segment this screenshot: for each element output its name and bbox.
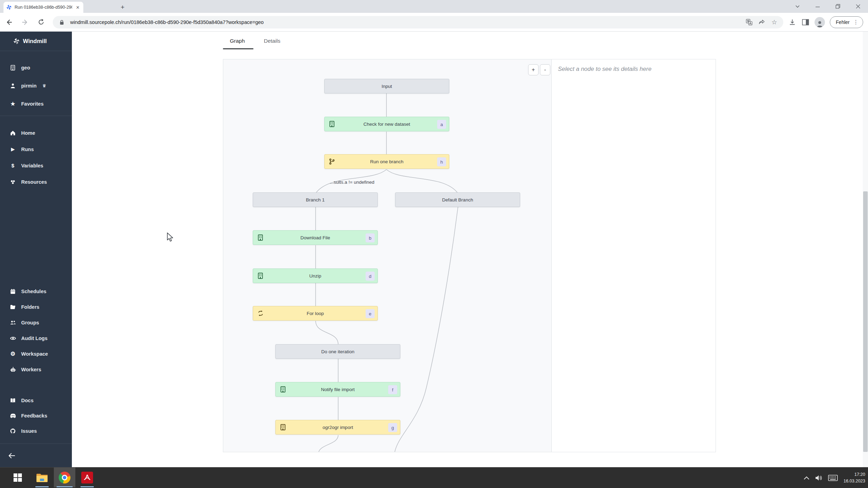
brand-name: Windmill (23, 38, 47, 44)
tab-details[interactable]: Details (264, 38, 280, 44)
bookmark-star-icon[interactable]: ☆ (770, 18, 778, 26)
reload-icon[interactable] (34, 15, 48, 29)
sidebar-item-schedules[interactable]: Schedules (0, 283, 72, 299)
sidebar-item-resources[interactable]: Resources (0, 174, 72, 190)
node-badge: g (388, 423, 397, 432)
sidebar-divider (0, 116, 72, 116)
page-scrollbar[interactable] (863, 32, 868, 467)
browser-tab[interactable]: Run 0186eb38-c86b-d590-290e- ✕ (3, 2, 83, 13)
sidebar-item-groups[interactable]: Groups (0, 315, 72, 330)
forward-icon[interactable] (18, 15, 32, 29)
star-icon: ★ (10, 101, 16, 107)
node-label: Notify file import (321, 387, 355, 392)
home-icon (10, 130, 16, 136)
gear-icon: ⚙ (10, 350, 16, 357)
node-unzip[interactable]: Unzip d (253, 268, 378, 283)
side-panel-icon[interactable] (801, 18, 810, 26)
file-explorer-button[interactable] (31, 468, 53, 487)
nav-label: Schedules (21, 289, 47, 294)
sidebar-item-workspace-settings[interactable]: ⚙ Workspace (0, 346, 72, 362)
node-input[interactable]: Input (324, 79, 449, 93)
windows-taskbar: 17:20 16.03.2023 (0, 467, 868, 488)
new-tab-button[interactable]: + (118, 3, 127, 12)
flow-graph-canvas[interactable]: Input Check for new dataset a Run one br… (223, 59, 552, 452)
nav-label: Workers (21, 367, 41, 372)
browser-menu-error-button[interactable]: Fehler ⋮ (830, 16, 863, 28)
browser-tabstrip: Run 0186eb38-c86b-d590-290e- ✕ + (0, 0, 868, 13)
window-close-button[interactable] (848, 0, 868, 13)
lock-icon (58, 18, 66, 26)
translate-icon[interactable] (745, 18, 753, 26)
download-icon[interactable] (788, 18, 796, 26)
nav-label: Groups (21, 320, 39, 325)
sidebar-item-favorites[interactable]: ★ Favorites (0, 95, 72, 113)
eye-icon (10, 336, 16, 341)
sidebar-item-audit-logs[interactable]: Audit Logs (0, 330, 72, 346)
sidebar-item-issues[interactable]: Issues (0, 423, 72, 439)
calendar-icon (10, 289, 16, 294)
volume-icon[interactable] (815, 475, 823, 481)
node-details-panel: Select a node to see its details here (552, 59, 716, 452)
tab-graph[interactable]: Graph (230, 38, 245, 44)
building-icon (257, 272, 264, 279)
acrobat-button[interactable] (76, 468, 98, 487)
branch-condition-label: ...sults.a != undefined (309, 180, 395, 185)
scrollbar-thumb[interactable] (863, 191, 868, 452)
node-download-file[interactable]: Download File b (253, 230, 378, 245)
node-label: Unzip (309, 273, 322, 279)
sidebar-item-feedbacks[interactable]: Feedbacks (0, 408, 72, 423)
sidebar-item-user[interactable]: pirmin ♛ (0, 77, 72, 95)
node-label: Default Branch (442, 197, 473, 202)
tab-close-icon[interactable]: ✕ (75, 5, 81, 10)
sidebar-divider-bottom (0, 444, 72, 444)
sidebar-item-runs[interactable]: ▶ Runs (0, 141, 72, 157)
node-badge: d (366, 272, 375, 281)
node-ogr2ogr-import[interactable]: ogr2ogr import g (275, 420, 400, 435)
tab-search-icon[interactable] (787, 0, 808, 13)
chrome-button[interactable] (54, 468, 75, 487)
node-notify-file-import[interactable]: Notify file import f (275, 382, 400, 397)
app-sidebar: Windmill geo pirmin ♛ ★ Favorites (0, 32, 72, 467)
share-icon[interactable] (758, 18, 766, 26)
url-text[interactable]: windmill.sourcepole.ch/run/0186eb38-c86b… (70, 19, 741, 25)
sidebar-item-workspace-geo[interactable]: geo (0, 59, 72, 77)
start-button[interactable] (7, 468, 28, 487)
zoom-in-button[interactable]: + (528, 64, 539, 75)
node-for-loop[interactable]: For loop e (253, 306, 378, 321)
node-default-branch[interactable]: Default Branch (395, 192, 520, 207)
window-restore-button[interactable] (828, 0, 848, 13)
main-content: Graph Details (72, 32, 868, 467)
details-placeholder: Select a node to see its details here (558, 66, 651, 73)
sidebar-primary-nav: Home ▶ Runs $ Variables Resources (0, 125, 72, 190)
sidebar-item-docs[interactable]: Docs (0, 393, 72, 408)
nav-label: Variables (21, 163, 43, 168)
robot-icon (10, 367, 16, 372)
nav-label: Audit Logs (21, 336, 48, 341)
node-check-for-new-dataset[interactable]: Check for new dataset a (324, 117, 449, 131)
node-run-one-branch[interactable]: Run one branch h (324, 154, 449, 169)
nav-label: Workspace (21, 351, 48, 357)
profile-avatar[interactable] (815, 17, 825, 27)
nav-label: Runs (21, 147, 34, 152)
brand-row[interactable]: Windmill (0, 32, 72, 51)
sidebar-workspace-group: geo pirmin ♛ ★ Favorites (0, 59, 72, 113)
back-icon[interactable] (2, 15, 16, 29)
building-icon (257, 234, 264, 241)
sidebar-item-folders[interactable]: Folders (0, 299, 72, 315)
browser-toolbar: windmill.sourcepole.ch/run/0186eb38-c86b… (0, 13, 868, 32)
zoom-out-button[interactable]: - (540, 64, 550, 75)
node-branch-1[interactable]: Branch 1 (253, 192, 378, 207)
kebab-menu-icon[interactable]: ⋮ (853, 19, 859, 25)
sidebar-item-variables[interactable]: $ Variables (0, 157, 72, 174)
sidebar-item-home[interactable]: Home (0, 125, 72, 141)
tray-chevron-up-icon[interactable] (804, 476, 809, 480)
sidebar-item-workers[interactable]: Workers (0, 362, 72, 377)
collapse-sidebar-icon[interactable] (8, 453, 15, 459)
favorites-label: Favorites (21, 101, 43, 107)
taskbar-clock[interactable]: 17:20 16.03.2023 (843, 471, 865, 485)
node-do-one-iteration[interactable]: Do one iteration (275, 344, 400, 359)
window-minimize-button[interactable] (808, 0, 828, 13)
address-bar[interactable]: windmill.sourcepole.ch/run/0186eb38-c86b… (53, 16, 783, 28)
keyboard-icon[interactable] (828, 475, 838, 481)
tab-title: Run 0186eb38-c86b-d590-290e- (15, 5, 72, 10)
